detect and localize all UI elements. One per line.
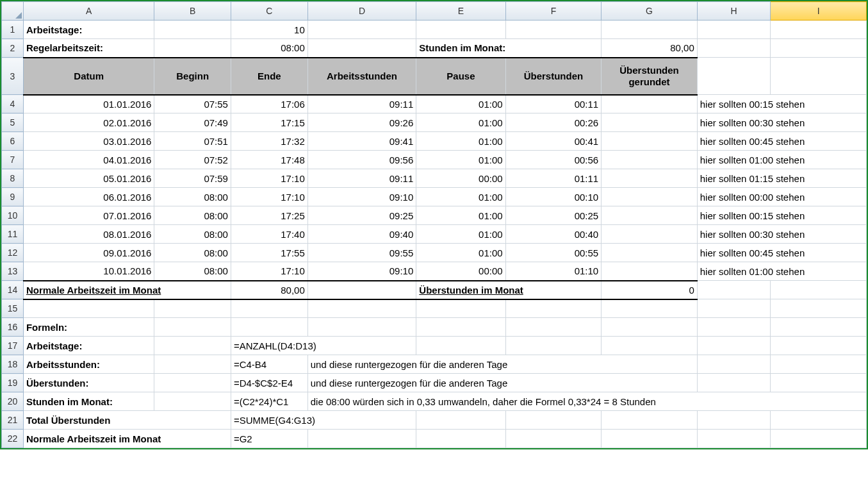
cell-E2[interactable]: Stunden im Monat: — [416, 39, 602, 58]
cell-A21[interactable]: Total Überstunden — [23, 411, 231, 430]
cell-C9[interactable]: 17:10 — [231, 188, 307, 206]
cell-A7[interactable]: 04.01.2016 — [23, 151, 154, 169]
header-ueberstunden[interactable]: Überstunden — [505, 58, 602, 95]
row-header-10[interactable]: 10 — [2, 206, 24, 225]
cell-F7[interactable]: 00:56 — [505, 151, 602, 169]
cell-G8[interactable] — [602, 169, 698, 188]
grid[interactable]: A B C D E F G H I 1 Arbeitstage: 10 2 Re… — [1, 1, 867, 448]
cell-I15[interactable] — [771, 299, 867, 318]
cell-G5[interactable] — [602, 113, 698, 132]
cell-D11[interactable]: 09:40 — [307, 225, 416, 244]
cell-G17[interactable] — [602, 337, 698, 355]
cell-H4[interactable]: hier sollten 00:15 stehen — [697, 95, 866, 113]
cell-I3[interactable] — [771, 58, 867, 95]
cell-I21[interactable] — [771, 411, 867, 430]
cell-H19[interactable] — [697, 374, 771, 392]
cell-D14[interactable] — [307, 281, 416, 299]
cell-D2[interactable] — [307, 39, 416, 58]
cell-C14[interactable]: 80,00 — [231, 281, 307, 299]
cell-H3[interactable] — [697, 58, 771, 95]
cell-G22[interactable] — [602, 430, 698, 448]
row-header-14[interactable]: 14 — [2, 281, 24, 299]
header-ende[interactable]: Ende — [231, 58, 307, 95]
cell-F22[interactable] — [505, 430, 602, 448]
col-header-D[interactable]: D — [307, 2, 416, 21]
cell-G13[interactable] — [602, 262, 698, 281]
cell-G9[interactable] — [602, 188, 698, 206]
cell-B20[interactable] — [154, 392, 231, 411]
cell-I2[interactable] — [771, 39, 867, 58]
row-header-16[interactable]: 16 — [2, 318, 24, 337]
cell-G15[interactable] — [602, 299, 698, 318]
row-header-6[interactable]: 6 — [2, 132, 24, 151]
col-header-E[interactable]: E — [416, 2, 505, 21]
cell-H14[interactable] — [697, 281, 771, 299]
cell-E17[interactable] — [416, 337, 505, 355]
cell-A22[interactable]: Normale Arbeitszeit im Monat — [23, 430, 231, 448]
cell-C5[interactable]: 17:15 — [231, 113, 307, 132]
cell-H5[interactable]: hier sollten 00:30 stehen — [697, 113, 866, 132]
cell-E21[interactable] — [416, 411, 505, 430]
cell-D13[interactable]: 09:10 — [307, 262, 416, 281]
row-header-1[interactable]: 1 — [2, 21, 24, 39]
cell-H7[interactable]: hier sollten 01:00 stehen — [697, 151, 866, 169]
cell-C21[interactable]: =SUMME(G4:G13) — [231, 411, 416, 430]
cell-D18[interactable]: und diese runtergezogen für die anderen … — [307, 355, 697, 374]
cell-H9[interactable]: hier sollten 00:00 stehen — [697, 188, 866, 206]
cell-D16[interactable] — [307, 318, 416, 337]
cell-C6[interactable]: 17:32 — [231, 132, 307, 151]
cell-I19[interactable] — [771, 374, 867, 392]
cell-I1[interactable] — [771, 21, 867, 39]
cell-H10[interactable]: hier sollten 00:15 stehen — [697, 206, 866, 225]
select-all-corner[interactable] — [2, 2, 24, 21]
col-header-C[interactable]: C — [231, 2, 307, 21]
cell-B11[interactable]: 08:00 — [154, 225, 231, 244]
cell-D9[interactable]: 09:10 — [307, 188, 416, 206]
cell-I22[interactable] — [771, 430, 867, 448]
cell-G10[interactable] — [602, 206, 698, 225]
cell-E15[interactable] — [416, 299, 505, 318]
row-header-3[interactable]: 3 — [2, 58, 24, 95]
cell-C8[interactable]: 17:10 — [231, 169, 307, 188]
cell-E7[interactable]: 01:00 — [416, 151, 505, 169]
row-header-15[interactable]: 15 — [2, 299, 24, 318]
col-header-F[interactable]: F — [505, 2, 602, 21]
cell-F13[interactable]: 01:10 — [505, 262, 602, 281]
cell-C13[interactable]: 17:10 — [231, 262, 307, 281]
row-header-2[interactable]: 2 — [2, 39, 24, 58]
cell-A12[interactable]: 09.01.2016 — [23, 244, 154, 262]
cell-C1[interactable]: 10 — [231, 21, 307, 39]
cell-B2[interactable] — [154, 39, 231, 58]
cell-C2[interactable]: 08:00 — [231, 39, 307, 58]
cell-E1[interactable] — [416, 21, 505, 39]
cell-B4[interactable]: 07:55 — [154, 95, 231, 113]
cell-F21[interactable] — [505, 411, 602, 430]
cell-D6[interactable]: 09:41 — [307, 132, 416, 151]
cell-C19[interactable]: =D4-$C$2-E4 — [231, 374, 307, 392]
cell-A5[interactable]: 02.01.2016 — [23, 113, 154, 132]
cell-E22[interactable] — [416, 430, 505, 448]
cell-B1[interactable] — [154, 21, 231, 39]
cell-B8[interactable]: 07:59 — [154, 169, 231, 188]
cell-C17[interactable]: =ANZAHL(D4:D13) — [231, 337, 416, 355]
cell-H2[interactable] — [697, 39, 771, 58]
row-header-5[interactable]: 5 — [2, 113, 24, 132]
cell-H21[interactable] — [697, 411, 771, 430]
cell-F11[interactable]: 00:40 — [505, 225, 602, 244]
row-header-17[interactable]: 17 — [2, 337, 24, 355]
cell-G6[interactable] — [602, 132, 698, 151]
row-header-21[interactable]: 21 — [2, 411, 24, 430]
cell-C16[interactable] — [231, 318, 307, 337]
cell-H18[interactable] — [697, 355, 771, 374]
col-header-A[interactable]: A — [23, 2, 154, 21]
cell-F9[interactable]: 00:10 — [505, 188, 602, 206]
row-header-20[interactable]: 20 — [2, 392, 24, 411]
cell-A16[interactable]: Formeln: — [23, 318, 154, 337]
cell-D7[interactable]: 09:56 — [307, 151, 416, 169]
cell-F10[interactable]: 00:25 — [505, 206, 602, 225]
cell-F12[interactable]: 00:55 — [505, 244, 602, 262]
cell-B10[interactable]: 08:00 — [154, 206, 231, 225]
cell-B7[interactable]: 07:52 — [154, 151, 231, 169]
col-header-I[interactable]: I — [771, 2, 867, 21]
cell-E8[interactable]: 00:00 — [416, 169, 505, 188]
